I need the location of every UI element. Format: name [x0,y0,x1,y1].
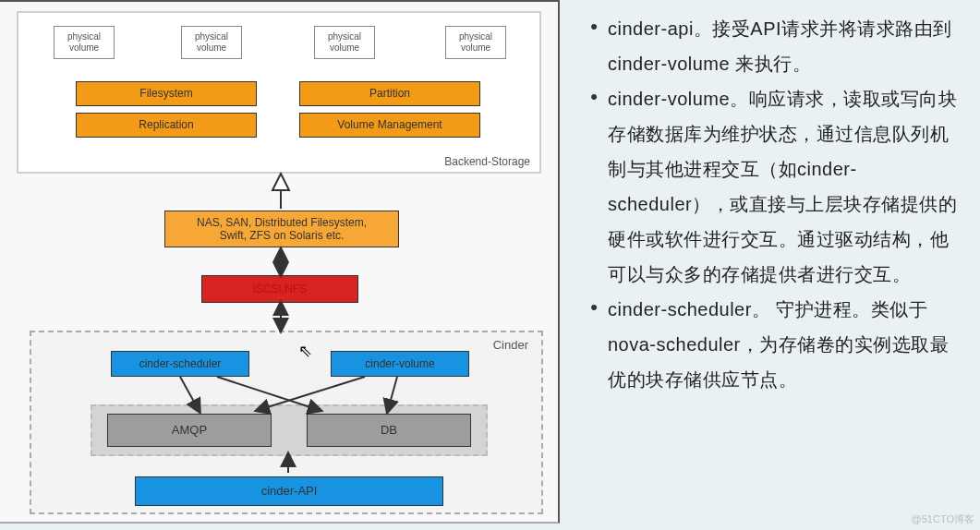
filesystem-box: Filesystem [76,81,257,106]
bullet-icon: • [580,292,608,397]
bullet-icon: • [580,11,608,81]
bullet-cinder-volume: • cinder-volume。响应请求，读取或写向块存储数据库为维护状态，通过… [580,81,960,292]
backend-storage-box: Backend-Storage physical volume physical… [17,11,541,174]
physical-volume-4: physical volume [445,26,506,59]
iscsi-box: iSCSI,NFS [201,275,358,303]
bullet-text: cinder-scheduler。 守护进程。类似于nova-scheduler… [608,292,960,397]
watermark: @51CTO博客 [912,512,974,526]
description-panel: • cinder-api。接受API请求并将请求路由到 cinder-volum… [560,0,980,530]
cinder-scheduler-box: cinder-scheduler [111,351,249,377]
physical-volume-1: physical volume [54,26,115,59]
physical-volume-3: physical volume [314,26,375,59]
bullet-text: cinder-api。接受API请求并将请求路由到 cinder-volume … [608,11,960,81]
db-box: DB [307,414,471,447]
physical-volume-2: physical volume [181,26,242,59]
cinder-volume-box: cinder-volume [331,351,469,377]
nas-box: NAS, SAN, Distributed Filesystem, Swift,… [164,211,399,247]
architecture-diagram: Backend-Storage physical volume physical… [0,0,560,524]
amqp-box: AMQP [107,414,272,447]
bullet-text: cinder-volume。响应请求，读取或写向块存储数据库为维护状态，通过信息… [608,81,960,292]
bullet-cinder-api: • cinder-api。接受API请求并将请求路由到 cinder-volum… [580,11,960,81]
cinder-label: Cinder [493,338,528,352]
bullet-icon: • [580,81,608,292]
cinder-api-box: cinder-API [135,476,443,506]
replication-box: Replication [76,113,257,138]
backend-storage-label: Backend-Storage [444,155,530,168]
bullet-cinder-scheduler: • cinder-scheduler。 守护进程。类似于nova-schedul… [580,292,960,397]
partition-box: Partition [299,81,480,106]
cinder-box: Cinder cinder-scheduler cinder-volume AM… [30,331,543,514]
volume-management-box: Volume Management [299,113,480,138]
